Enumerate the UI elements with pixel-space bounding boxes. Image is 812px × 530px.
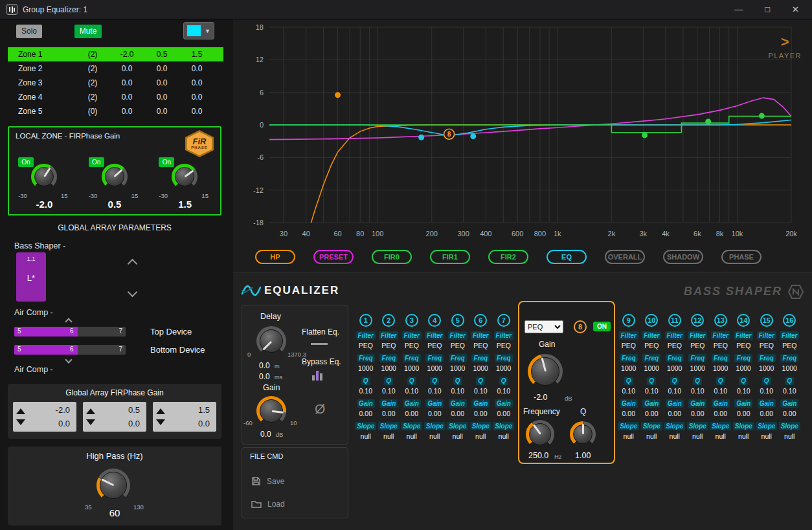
spinner-down-icon[interactable]	[16, 419, 25, 425]
band-field-label[interactable]: Gain	[712, 399, 730, 408]
band-field-label[interactable]: Gain	[666, 399, 684, 408]
band-number[interactable]: 6	[474, 314, 487, 327]
band-field-label[interactable]: Filter	[711, 331, 730, 340]
band-field-label[interactable]: Slope	[710, 422, 731, 430]
band-field-label[interactable]: Filter	[448, 331, 468, 340]
band-field-label[interactable]: Q	[499, 377, 508, 385]
zone-row[interactable]: Zone 1(2)-2.00.51.5	[8, 47, 223, 61]
band-field-label[interactable]: Freq	[666, 354, 684, 362]
band-field-label[interactable]: Q	[647, 377, 656, 385]
band-field-label[interactable]: Slope	[424, 422, 445, 430]
band-field-label[interactable]: Slope	[401, 422, 422, 430]
band-field-label[interactable]: Freq	[357, 354, 375, 362]
curve-handle[interactable]	[335, 92, 341, 98]
band-field-label[interactable]: Slope	[447, 422, 468, 430]
zone-row[interactable]: Zone 4(2)0.00.00.0	[8, 90, 223, 104]
band-number[interactable]: 11	[668, 314, 681, 327]
band-field-label[interactable]: Filter	[619, 331, 638, 340]
band-field-label[interactable]: Slope	[779, 422, 800, 430]
eq-band-15[interactable]: 15FilterPEQFreq1000Q0.10Gain0.00Slopenul…	[756, 314, 778, 445]
eq-band-12[interactable]: 12FilterPEQFreq1000Q0.10Gain0.00Slopenul…	[687, 314, 709, 445]
band-field-label[interactable]: Slope	[687, 422, 708, 430]
band-field-label[interactable]: Q	[384, 377, 393, 385]
band-field-label[interactable]: Freq	[758, 354, 776, 362]
band-field-label[interactable]: Q	[476, 377, 485, 385]
spinner-up-icon[interactable]	[16, 408, 25, 414]
view-button-phase[interactable]: PHASE	[721, 250, 761, 264]
view-button-shadow[interactable]: SHADOW	[663, 250, 703, 264]
band-field-label[interactable]: Filter	[471, 331, 490, 340]
band-field-label[interactable]: Filter	[642, 331, 661, 340]
zone-row[interactable]: Zone 3(2)0.00.00.0	[8, 76, 223, 90]
load-button[interactable]: Load	[251, 500, 285, 509]
band-field-label[interactable]: Freq	[712, 354, 730, 362]
band-field-label[interactable]: Filter	[379, 331, 398, 340]
player-arrow-icon[interactable]: >	[768, 35, 802, 49]
eq-band-7[interactable]: 7FilterPEQFreq1000Q0.10Gain0.00Slopenull	[493, 314, 515, 445]
view-button-eq[interactable]: EQ	[547, 250, 587, 264]
save-button[interactable]: Save	[251, 476, 284, 486]
band-number[interactable]: 15	[760, 314, 773, 327]
band-field-label[interactable]: Gain	[758, 399, 776, 408]
band-field-label[interactable]: Filter	[402, 331, 422, 340]
band-number[interactable]: 10	[645, 314, 658, 327]
view-button-fir2[interactable]: FIR2	[488, 250, 528, 264]
delay-knob[interactable]	[256, 326, 286, 356]
phase-invert-icon[interactable]: Ø	[315, 401, 325, 417]
curve-handle[interactable]	[642, 132, 648, 138]
zone-row[interactable]: Zone 2(2)0.00.00.0	[8, 61, 223, 76]
band8-on-toggle[interactable]: ON	[593, 322, 611, 331]
eq-band-9[interactable]: 9FilterPEQFreq1000Q0.10Gain0.00Slopenull	[618, 314, 640, 445]
high-pass-knob[interactable]	[96, 469, 130, 502]
band-field-label[interactable]: Filter	[425, 331, 444, 340]
band-field-label[interactable]: Q	[361, 377, 370, 385]
band-field-label[interactable]: Gain	[642, 399, 660, 408]
band-field-label[interactable]: Gain	[780, 399, 798, 408]
eq-band-14[interactable]: 14FilterPEQFreq1000Q0.10Gain0.00Slopenul…	[733, 314, 755, 445]
band-field-label[interactable]: Filter	[688, 331, 707, 340]
band-field-label[interactable]: Freq	[379, 354, 398, 362]
bass-shaper-selector[interactable]: 1.1 L*	[16, 252, 46, 302]
band-field-label[interactable]: Gain	[620, 399, 638, 408]
eq-band-11[interactable]: 11FilterPEQFreq1000Q0.10Gain0.00Slopenul…	[664, 314, 686, 445]
band-number[interactable]: 13	[714, 314, 727, 327]
band-field-label[interactable]: Freq	[620, 354, 638, 362]
band-field-label[interactable]: Freq	[780, 354, 798, 362]
on-toggle[interactable]: On	[89, 157, 104, 167]
band-number[interactable]: 12	[691, 314, 704, 327]
band-number[interactable]: 2	[382, 314, 395, 327]
spinner-down-icon[interactable]	[86, 419, 95, 425]
band-field-label[interactable]: Slope	[641, 422, 662, 430]
spinner-up-icon[interactable]	[156, 408, 165, 414]
band-field-label[interactable]: Slope	[618, 422, 639, 430]
local-gain-knob-2[interactable]	[102, 164, 128, 190]
band-field-label[interactable]: Filter	[356, 331, 376, 340]
chevron-down-icon[interactable]	[128, 287, 138, 298]
band-number[interactable]: 16	[783, 314, 796, 327]
band-field-label[interactable]: Freq	[425, 354, 444, 362]
curve-handle[interactable]	[705, 118, 711, 124]
band-number[interactable]: 7	[497, 314, 510, 327]
band-field-label[interactable]: Gain	[495, 399, 513, 408]
eq-band-2[interactable]: 2FilterPEQFreq1000Q0.10Gain0.00Slopenull	[378, 314, 400, 445]
band-field-label[interactable]: Freq	[449, 354, 467, 362]
curve-handle[interactable]	[470, 133, 476, 139]
chevron-up-icon[interactable]	[65, 318, 72, 325]
eq-band-3[interactable]: 3FilterPEQFreq1000Q0.10Gain0.00Slopenull	[401, 314, 423, 445]
eq-band-1[interactable]: 1FilterPEQFreq1000Q0.10Gain0.00Slopenull	[355, 314, 377, 445]
air-comp-slider-top[interactable]: 5 6 7	[14, 327, 126, 337]
band-field-label[interactable]: Q	[670, 377, 679, 385]
band-field-label[interactable]: Gain	[357, 399, 375, 408]
band-field-label[interactable]: Filter	[665, 331, 684, 340]
view-button-hp[interactable]: HP	[255, 250, 295, 264]
band8-number[interactable]: 8	[574, 320, 587, 333]
band-field-label[interactable]: Q	[453, 377, 462, 385]
band-number[interactable]: 4	[428, 314, 441, 327]
band-number[interactable]: 9	[622, 314, 635, 327]
view-button-fir1[interactable]: FIR1	[430, 250, 470, 264]
local-gain-knob-3[interactable]	[172, 164, 197, 190]
gain-knob[interactable]	[256, 396, 286, 426]
view-button-preset[interactable]: PRESET	[313, 250, 354, 264]
eq-response-graph[interactable]: 181260-6-12-1830406080100200300400600800…	[233, 19, 812, 245]
band-field-label[interactable]: Q	[693, 377, 702, 385]
